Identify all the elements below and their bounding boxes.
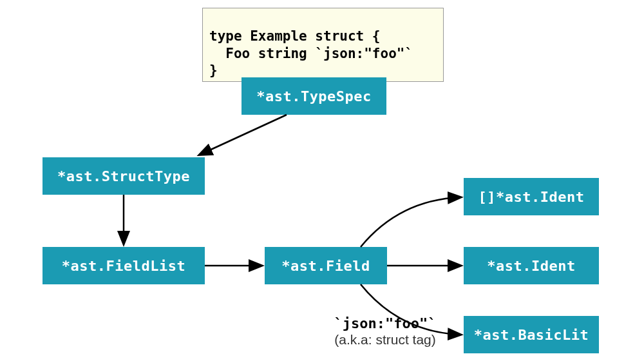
node-structtype: *ast.StructType [43,157,205,195]
node-fieldlist: *ast.FieldList [43,247,205,284]
node-typespec: *ast.TypeSpec [242,77,386,115]
code-line-1: type Example struct { [209,28,381,44]
node-typespec-label: *ast.TypeSpec [256,88,372,104]
arrow-field-identslice [361,197,460,247]
arrow-typespec-structtype [200,115,287,155]
node-basiclit-label: *ast.BasicLit [474,327,589,343]
code-line-3: } [209,63,218,78]
node-structtype-label: *ast.StructType [57,168,190,184]
code-block: type Example struct { Foo string `json:"… [202,8,444,82]
node-ident: *ast.Ident [464,247,599,284]
node-field-label: *ast.Field [281,258,370,274]
node-ident-label: *ast.Ident [487,258,575,274]
node-ident-slice: []*ast.Ident [464,178,599,215]
annotation-tag: `json:"foo"` [321,315,450,331]
node-field: *ast.Field [265,247,387,284]
annotation-subtitle: (a.k.a: struct tag) [321,332,450,348]
node-fieldlist-label: *ast.FieldList [62,258,185,274]
node-ident-slice-label: []*ast.Ident [478,189,585,205]
node-basiclit: *ast.BasicLit [464,316,599,353]
code-line-2: Foo string `json:"foo"` [209,46,413,61]
